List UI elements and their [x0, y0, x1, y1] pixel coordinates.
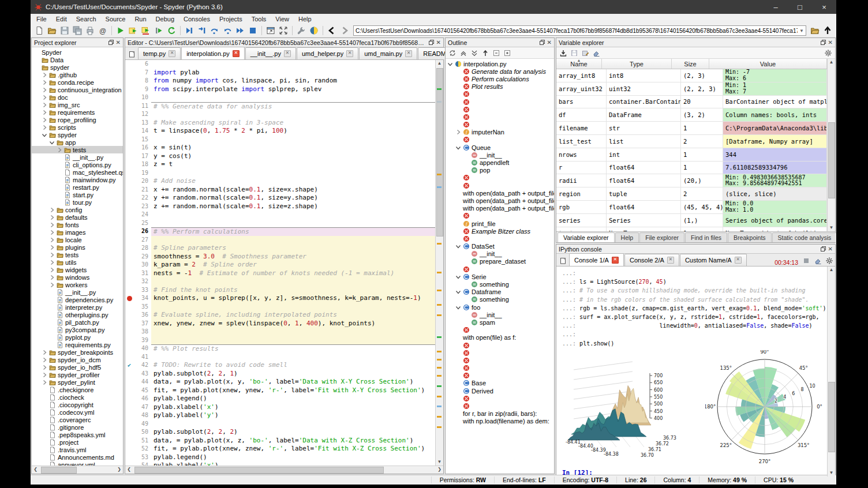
undock-icon[interactable]	[108, 40, 114, 45]
minimize-button[interactable]: –	[764, 0, 788, 14]
up-dir-button[interactable]	[821, 25, 834, 36]
close-button[interactable]: ×	[812, 0, 836, 14]
outline-item-with-open-data-path-output-file-n-[interactable]: with open(data_path + output_file_n...	[446, 189, 554, 197]
outline-item-appendleft[interactable]: appendleft	[446, 159, 554, 166]
plugin-tab-file-explorer[interactable]: File explorer	[639, 232, 684, 242]
variable-table[interactable]: ▲NameTypeSizeValuearray_int8int8(2, 3)Mi…	[556, 59, 827, 231]
tree-item-otherplugins-py[interactable]: otherplugins.py	[32, 311, 123, 318]
column-header-size[interactable]: Size	[672, 59, 709, 69]
tree-item-continuous-integration[interactable]: continuous_integration	[32, 86, 123, 93]
tree-item-config[interactable]: config	[32, 206, 123, 213]
tree-item-appveyor-yml[interactable]: appveyor.yml	[32, 461, 123, 466]
outline-item[interactable]	[446, 341, 554, 349]
tree-item-spyder[interactable]: Spyder	[32, 48, 123, 56]
plugin-tab-help[interactable]: Help	[615, 232, 639, 242]
tree-item-workers[interactable]: workers	[32, 281, 123, 288]
outline-item-something[interactable]: something	[446, 280, 554, 288]
chevron-down-icon[interactable]: ▼	[799, 28, 804, 33]
tree-item-interpreter-py[interactable]: interpreter.py	[32, 303, 123, 311]
collapse-section-button[interactable]	[459, 48, 468, 57]
console-vscrollbar[interactable]: ▲ ▼	[827, 266, 835, 476]
outline-item-example-bitzer-class[interactable]: Example Bitzer class	[446, 227, 554, 235]
close-pane-icon[interactable]: ✕	[547, 40, 552, 46]
tree-item-requirements-py[interactable]: requirements.py	[32, 341, 123, 348]
close-pane-icon[interactable]: ✕	[828, 246, 833, 252]
outline-item[interactable]	[446, 235, 554, 242]
menu-projects[interactable]: Projects	[215, 15, 247, 23]
outline-item[interactable]	[446, 265, 554, 273]
menu-run[interactable]: Run	[130, 15, 151, 23]
save-data-as-button[interactable]	[581, 48, 590, 57]
menu-edit[interactable]: Edit	[51, 15, 72, 23]
plugin-tab-static-code-analysis[interactable]: Static code analysis	[772, 232, 836, 242]
close-tab-icon[interactable]: ✕	[405, 50, 412, 57]
outline-item-prepare-dataset[interactable]: prepare_dataset	[446, 258, 554, 265]
close-tab-icon[interactable]: ✕	[284, 50, 291, 57]
variable-row-array_int8[interactable]: array_int8int8(2, 3)Min: -7Max: 6	[556, 69, 827, 82]
stop-debug-button[interactable]	[246, 25, 259, 36]
close-tab-icon[interactable]: ✕	[346, 50, 353, 57]
undock-icon[interactable]	[821, 40, 826, 45]
tree-item-dependencies-py[interactable]: dependencies.py	[32, 296, 123, 303]
scroll-down-icon[interactable]: ▼	[436, 459, 443, 466]
forward-button[interactable]	[338, 25, 351, 36]
tree-item-data[interactable]: Data	[32, 56, 123, 63]
tree-item-doc[interactable]: doc	[32, 93, 123, 101]
scroll-up-icon[interactable]: ▲	[828, 59, 835, 66]
python-env-button[interactable]	[308, 25, 320, 36]
outline-item-generate-data-for-analysis[interactable]: Generate data for analysis	[446, 67, 554, 75]
variable-explorer-vscrollbar[interactable]: ▲ ▼	[827, 59, 835, 231]
tree-item-mainwindow-py[interactable]: mainwindow.py	[32, 176, 123, 183]
outline-item--init-[interactable]: __init__	[446, 250, 554, 258]
maximize-button[interactable]: □	[788, 0, 812, 14]
outline-item-plot-results[interactable]: Plot results	[446, 83, 554, 91]
column-header-type[interactable]: Type	[602, 59, 672, 69]
outline-item-with-open-data-path-output-file-n-[interactable]: with open(data_path + output_file_n...	[446, 205, 554, 212]
tree-item-restart-py[interactable]: restart.py	[32, 183, 123, 191]
console-tab-custom-name-a[interactable]: Custom Name/A✕	[680, 254, 747, 266]
browse-tabs-icon[interactable]	[126, 49, 138, 59]
breakpoint-icon[interactable]	[127, 296, 132, 301]
outline-item[interactable]	[446, 174, 554, 182]
outline-item-serie[interactable]: Serie	[446, 273, 554, 280]
tree-item-images[interactable]: images	[32, 228, 123, 236]
tree-item--ciocheck[interactable]: .ciocheck	[32, 393, 123, 401]
tree-item-defaults[interactable]: defaults	[32, 213, 123, 221]
menu-source[interactable]: Source	[101, 15, 130, 23]
plugin-tab-variable-explorer[interactable]: Variable explorer	[558, 232, 615, 242]
tree-item--pep8speaks-yml[interactable]: .pep8speaks.yml	[32, 431, 123, 438]
outline-item[interactable]	[446, 395, 554, 402]
working-directory-input[interactable]: C:\Users\TestUser\Downloads\16740156420f…	[353, 25, 806, 36]
variable-row-region[interactable]: regiontuple2(slice, slice)	[556, 187, 827, 201]
tree-item--gitignore[interactable]: .gitignore	[32, 423, 123, 431]
outline-item--init-[interactable]: __init__	[446, 311, 554, 318]
outline-item-pop[interactable]: pop	[446, 167, 554, 174]
run-button[interactable]	[114, 25, 127, 36]
close-pane-icon[interactable]: ✕	[436, 40, 441, 46]
close-tab-icon[interactable]: ✕	[233, 50, 240, 57]
tree-item--codecov-yml[interactable]: .codecov.yml	[32, 408, 123, 416]
tree-item-mac-stylesheet-qss[interactable]: mac_stylesheet.qss	[32, 168, 123, 176]
outline-item-imputernan[interactable]: fimputerNan	[446, 129, 554, 136]
scroll-right-icon[interactable]: ❯	[436, 466, 443, 473]
outline-item[interactable]	[446, 91, 554, 98]
variable-row-filename[interactable]: filenamestr1C:\ProgramData\Anaconda3\lib…	[556, 122, 827, 135]
run-selection-button[interactable]	[152, 25, 165, 36]
outline-item-with-np-load-filename-as-dem-[interactable]: with np.load(filename) as dem:	[446, 418, 554, 425]
menu-view[interactable]: View	[271, 15, 294, 23]
outline-item[interactable]	[446, 106, 554, 113]
open-dir-button[interactable]	[809, 25, 821, 36]
tree-item-spyder-profiler[interactable]: spyder_profiler	[32, 371, 123, 378]
column-header-value[interactable]: Value	[709, 59, 827, 69]
outline-item[interactable]	[446, 326, 554, 334]
menu-file[interactable]: File	[32, 15, 51, 23]
save-all-button[interactable]	[71, 25, 84, 36]
save-data-button[interactable]	[570, 48, 579, 57]
run-cell-advance-button[interactable]	[140, 25, 152, 36]
console-options-button[interactable]	[824, 256, 835, 266]
scroll-down-icon[interactable]: ▼	[828, 224, 835, 231]
close-pane-icon[interactable]: ✕	[828, 40, 833, 46]
editor-tab-temp-py[interactable]: temp.py✕	[138, 47, 181, 59]
tree-item-app[interactable]: app	[32, 138, 123, 146]
variable-row-list_test[interactable]: list_testlist2[Dataframe, Numpy array]	[556, 135, 827, 148]
